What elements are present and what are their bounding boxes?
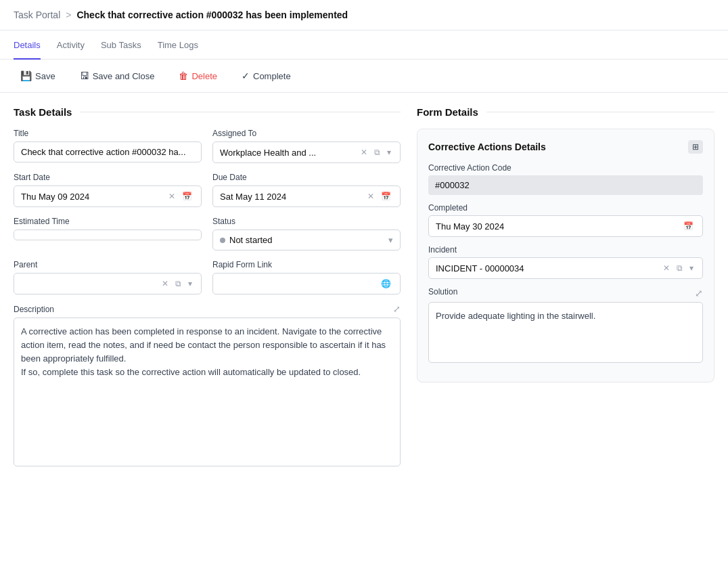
save-close-icon: 🖫 [80, 70, 89, 81]
breadcrumb-current: Check that corrective action #000032 has… [76, 9, 348, 20]
incident-clear-icon[interactable]: ✕ [661, 263, 672, 274]
solution-header: Solution ⤢ [428, 287, 703, 299]
save-icon: 💾 [20, 70, 32, 81]
title-label: Title [14, 129, 202, 138]
parent-chevron-icon[interactable]: ▾ [186, 278, 194, 289]
title-group: Title Check that corrective action #0000… [14, 129, 202, 163]
corrective-actions-details: Corrective Actions Details ⊞ Corrective … [417, 129, 714, 383]
parent-label: Parent [14, 260, 202, 269]
tab-timelogs[interactable]: Time Logs [158, 30, 198, 60]
corrective-action-code-field: Corrective Action Code #000032 [428, 163, 703, 195]
complete-icon: ✓ [242, 70, 250, 81]
panel-title: Corrective Actions Details [428, 141, 546, 152]
incident-external-icon[interactable]: ⧉ [675, 263, 685, 274]
assigned-to-clear-icon[interactable]: ✕ [359, 147, 369, 158]
assigned-to-label: Assigned To [212, 129, 401, 138]
assigned-to-chevron-icon[interactable]: ▾ [385, 147, 393, 158]
due-date-input[interactable]: Sat May 11 2024 ✕ 📅 [212, 185, 401, 207]
rapid-form-globe-icon[interactable]: 🌐 [379, 278, 393, 289]
parent-clear-icon[interactable]: ✕ [160, 278, 170, 289]
delete-icon: 🗑 [179, 70, 188, 81]
due-date-calendar-icon[interactable]: 📅 [379, 191, 393, 202]
solution-expand-icon[interactable]: ⤢ [695, 288, 703, 299]
incident-input[interactable]: INCIDENT - 00000034 ✕ ⧉ ▾ [428, 257, 703, 279]
due-date-group: Due Date Sat May 11 2024 ✕ 📅 [212, 173, 401, 207]
form-details-section-header: Form Details [417, 106, 714, 118]
description-label: Description [14, 305, 54, 314]
incident-field: Incident INCIDENT - 00000034 ✕ ⧉ ▾ [428, 245, 703, 279]
status-chevron-icon[interactable]: ▾ [388, 235, 393, 245]
incident-chevron-icon[interactable]: ▾ [687, 263, 696, 274]
parent-group: Parent ✕ ⧉ ▾ [14, 260, 202, 294]
parent-input[interactable]: ✕ ⧉ ▾ [14, 273, 202, 294]
start-date-value: Thu May 09 2024 [21, 192, 164, 202]
start-date-clear-icon[interactable]: ✕ [166, 191, 177, 202]
due-date-clear-icon[interactable]: ✕ [365, 191, 376, 202]
completed-field: Completed Thu May 30 2024 📅 [428, 203, 703, 237]
start-date-input[interactable]: Thu May 09 2024 ✕ 📅 [14, 185, 202, 207]
estimated-time-label: Estimated Time [14, 217, 202, 226]
completed-label: Completed [428, 203, 703, 213]
rapid-form-label: Rapid Form Link [212, 260, 401, 269]
tab-subtasks[interactable]: Sub Tasks [101, 30, 141, 60]
status-value: Not started [229, 235, 384, 245]
solution-label: Solution [428, 287, 457, 297]
due-date-label: Due Date [212, 173, 401, 182]
breadcrumb-separator: > [66, 9, 71, 20]
status-group: Status Not started ▾ [212, 217, 401, 250]
task-details-panel: Task Details Title Check that corrective… [14, 106, 401, 468]
solution-field: Solution ⤢ Provide adequate lighting in … [428, 287, 703, 363]
save-button[interactable]: 💾 Save [14, 66, 62, 85]
status-label: Status [212, 217, 401, 226]
completed-calendar-icon[interactable]: 📅 [681, 221, 696, 232]
save-close-button[interactable]: 🖫 Save and Close [73, 66, 162, 85]
title-input[interactable]: Check that corrective action #000032 ha.… [14, 141, 202, 162]
description-group: Description ⤢ [14, 304, 401, 468]
incident-label: Incident [428, 245, 703, 255]
status-dot [220, 238, 225, 243]
completed-input[interactable]: Thu May 30 2024 📅 [428, 215, 703, 237]
assigned-to-group: Assigned To Workplace Health and ... ✕ ⧉… [212, 129, 401, 163]
form-details-panel: Form Details Corrective Actions Details … [417, 106, 714, 468]
assigned-to-input[interactable]: Workplace Health and ... ✕ ⧉ ▾ [212, 141, 401, 163]
estimated-time-input[interactable] [14, 230, 202, 240]
start-date-group: Start Date Thu May 09 2024 ✕ 📅 [14, 173, 202, 207]
panel-expand-button[interactable]: ⊞ [688, 140, 703, 154]
due-date-value: Sat May 11 2024 [220, 192, 363, 202]
parent-rapid-row: Parent ✕ ⧉ ▾ Rapid Form Link 🌐 [14, 260, 401, 294]
parent-external-icon[interactable]: ⧉ [173, 278, 183, 289]
estimated-time-group: Estimated Time [14, 217, 202, 250]
incident-value: INCIDENT - 00000034 [436, 263, 658, 274]
description-header: Description ⤢ [14, 304, 401, 314]
delete-button[interactable]: 🗑 Delete [172, 66, 224, 85]
rapid-form-input[interactable]: 🌐 [212, 273, 401, 294]
tab-activity[interactable]: Activity [57, 30, 85, 60]
tabs-bar: Details Activity Sub Tasks Time Logs [0, 30, 728, 60]
corrective-action-code-value: #000032 [428, 175, 703, 195]
start-date-calendar-icon[interactable]: 📅 [180, 191, 194, 202]
completed-value: Thu May 30 2024 [436, 221, 679, 232]
complete-button[interactable]: ✓ Complete [235, 66, 298, 85]
panel-header: Corrective Actions Details ⊞ [428, 140, 703, 154]
start-date-label: Start Date [14, 173, 202, 182]
toolbar: 💾 Save 🖫 Save and Close 🗑 Delete ✓ Compl… [0, 60, 728, 93]
rapid-form-group: Rapid Form Link 🌐 [212, 260, 401, 294]
status-input[interactable]: Not started ▾ [212, 230, 401, 250]
main-content: Task Details Title Check that corrective… [0, 93, 728, 482]
corrective-action-code-label: Corrective Action Code [428, 163, 703, 173]
breadcrumb-link[interactable]: Task Portal [14, 9, 60, 20]
title-assigned-row: Title Check that corrective action #0000… [14, 129, 401, 163]
time-status-row: Estimated Time Status Not started ▾ [14, 217, 401, 250]
task-details-section-header: Task Details [14, 106, 401, 118]
tab-details[interactable]: Details [14, 30, 41, 60]
breadcrumb: Task Portal > Check that corrective acti… [0, 0, 728, 30]
assigned-to-external-icon[interactable]: ⧉ [372, 147, 382, 158]
assigned-to-value: Workplace Health and ... [220, 148, 356, 158]
dates-row: Start Date Thu May 09 2024 ✕ 📅 Due Date … [14, 173, 401, 207]
description-expand-icon[interactable]: ⤢ [393, 304, 401, 314]
title-value: Check that corrective action #000032 ha.… [21, 147, 194, 157]
solution-value: Provide adequate lighting in the stairwe… [428, 302, 703, 363]
description-textarea[interactable] [14, 318, 401, 466]
